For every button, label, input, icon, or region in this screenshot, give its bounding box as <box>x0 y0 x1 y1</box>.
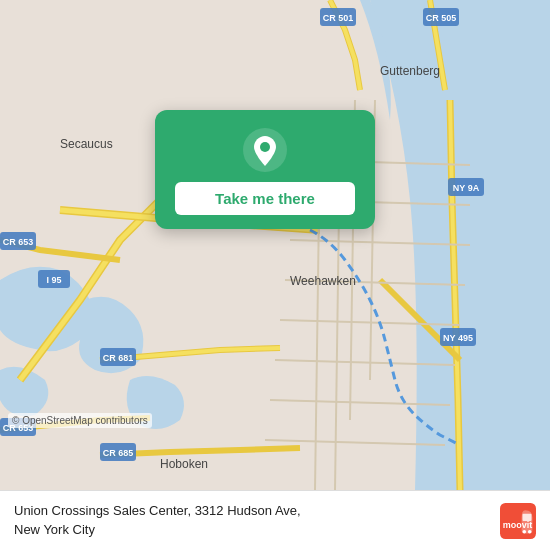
svg-text:Secaucus: Secaucus <box>60 137 113 151</box>
svg-text:CR 501: CR 501 <box>323 13 354 23</box>
svg-point-42 <box>523 530 527 534</box>
svg-text:I 95: I 95 <box>46 275 61 285</box>
popup-card: Take me there <box>155 110 375 229</box>
svg-text:CR 653: CR 653 <box>3 237 34 247</box>
copyright-text: © OpenStreetMap contributors <box>8 413 152 428</box>
take-me-there-button[interactable]: Take me there <box>175 182 355 215</box>
svg-text:CR 505: CR 505 <box>426 13 457 23</box>
svg-point-43 <box>528 530 532 534</box>
bottom-bar: Union Crossings Sales Center, 3312 Hudso… <box>0 490 550 550</box>
svg-rect-41 <box>523 513 532 520</box>
map-container: CR 501 CR 505 I 95 NJ 3 CR 653 CR 681 CR… <box>0 0 550 490</box>
svg-point-38 <box>260 142 270 152</box>
svg-text:CR 681: CR 681 <box>103 353 134 363</box>
svg-text:NY 495: NY 495 <box>443 333 473 343</box>
svg-text:NY 9A: NY 9A <box>453 183 480 193</box>
svg-text:Hoboken: Hoboken <box>160 457 208 471</box>
address-text: Union Crossings Sales Center, 3312 Hudso… <box>14 502 500 538</box>
location-pin-icon <box>243 128 287 172</box>
svg-text:Weehawken: Weehawken <box>290 274 356 288</box>
svg-text:CR 685: CR 685 <box>103 448 134 458</box>
moovit-logo-icon: moovit <box>500 503 536 539</box>
moovit-logo: moovit <box>500 503 536 539</box>
svg-text:Guttenberg: Guttenberg <box>380 64 440 78</box>
